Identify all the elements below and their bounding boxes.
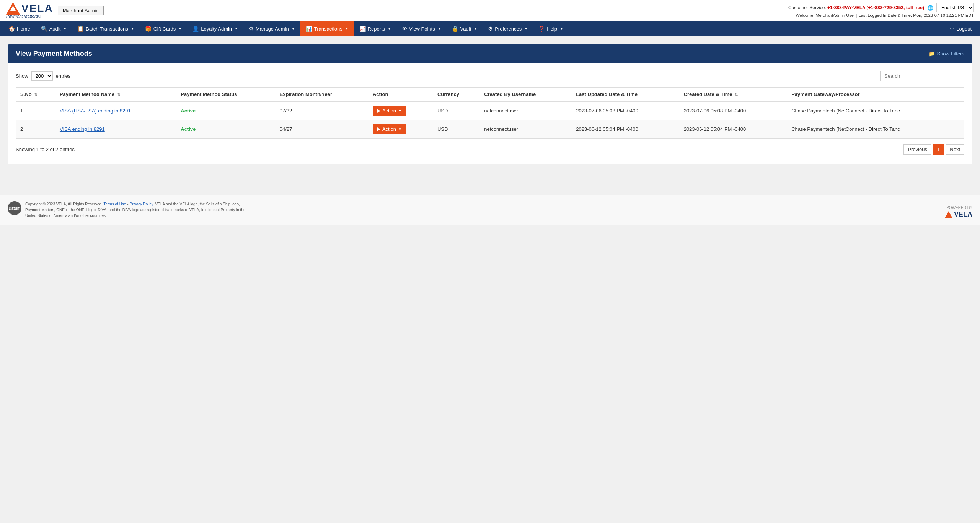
cell-status: Active xyxy=(176,120,275,138)
viewpoints-caret-icon: ▼ xyxy=(438,27,441,31)
top-bar: VELA Payment Matters® Merchant Admin Cus… xyxy=(0,0,980,21)
payment-method-link[interactable]: VISA (HSA/FSA) ending in 8291 xyxy=(60,108,131,114)
nav-item-loyalty[interactable]: 👤 Loyalty Admin ▼ xyxy=(187,21,243,36)
action-button[interactable]: Action ▼ xyxy=(373,124,406,134)
cell-currency: USD xyxy=(433,120,479,138)
vault-caret-icon: ▼ xyxy=(474,27,477,31)
reports-icon: 📈 xyxy=(359,26,366,32)
nav-item-help[interactable]: ❓ Help ▼ xyxy=(533,21,569,36)
preferences-caret-icon: ▼ xyxy=(524,27,528,31)
nav-item-logout[interactable]: ↩ Logout xyxy=(944,21,977,36)
nav-item-batch[interactable]: 📋 Batch Transactions ▼ xyxy=(72,21,139,36)
powered-by-text: POWERED BY xyxy=(946,205,972,210)
filter-icon: 📁 xyxy=(929,51,935,57)
nav-bar: 🏠 Home 🔍 Audit ▼ 📋 Batch Transactions ▼ … xyxy=(0,21,980,36)
merchant-admin-button[interactable]: Merchant Admin xyxy=(58,6,104,15)
transactions-caret-icon: ▼ xyxy=(345,27,349,31)
search-input[interactable] xyxy=(880,71,964,81)
loyalty-icon: 👤 xyxy=(192,26,199,32)
payment-methods-table: S.No ⇅ Payment Method Name ⇅ Payment Met… xyxy=(16,87,964,138)
main-content: View Payment Methods 📁 Show Filters Show… xyxy=(0,36,980,172)
nav-item-transactions[interactable]: 📊 Transactions ▼ xyxy=(300,21,354,36)
cell-last-updated: 2023-07-06 05:08 PM -0400 xyxy=(571,101,679,120)
payment-method-link[interactable]: VISA ending in 8291 xyxy=(60,126,105,132)
nav-item-preferences[interactable]: ⚙ Preferences ▼ xyxy=(483,21,533,36)
language-selector[interactable]: English US xyxy=(936,3,974,12)
loyalty-caret-icon: ▼ xyxy=(235,27,238,31)
main-panel: View Payment Methods 📁 Show Filters Show… xyxy=(8,44,972,164)
show-filters-link[interactable]: 📁 Show Filters xyxy=(929,51,964,57)
nav-item-reports[interactable]: 📈 Reports ▼ xyxy=(354,21,396,36)
footer-text: Copyright © 2023 VELA, All Rights Reserv… xyxy=(25,201,255,218)
vault-icon: 🔒 xyxy=(452,26,458,32)
footer-vela-logo: VELA xyxy=(945,210,972,218)
viewpoints-icon: 👁 xyxy=(402,26,407,32)
top-bar-right: Customer Service: +1-888-PAY-VELA (+1-88… xyxy=(788,3,974,18)
col-expiry: Expiration Month/Year xyxy=(275,88,368,102)
audit-caret-icon: ▼ xyxy=(63,27,67,31)
created-sort-icon[interactable]: ⇅ xyxy=(735,93,738,97)
col-sno: S.No ⇅ xyxy=(16,88,55,102)
nav-item-vault[interactable]: 🔒 Vault ▼ xyxy=(447,21,483,36)
batch-caret-icon: ▼ xyxy=(131,27,134,31)
cell-gateway: Chase Paymentech (NetConnect - Direct To… xyxy=(787,120,964,138)
logo-vela-text: VELA xyxy=(21,2,53,15)
entries-select[interactable]: 200 10 25 50 100 xyxy=(31,71,53,81)
globe-icon: 🌐 xyxy=(927,5,933,11)
manage-icon: ⚙ xyxy=(249,26,254,32)
col-action: Action xyxy=(368,88,433,102)
cell-last-updated: 2023-06-12 05:04 PM -0400 xyxy=(571,120,679,138)
manage-caret-icon: ▼ xyxy=(292,27,295,31)
nav-item-viewpoints[interactable]: 👁 View Points ▼ xyxy=(396,21,447,36)
page-title: View Payment Methods xyxy=(16,50,92,58)
cell-sno: 1 xyxy=(16,101,55,120)
cell-expiry: 07/32 xyxy=(275,101,368,120)
col-created: Created Date & Time ⇅ xyxy=(679,88,787,102)
cell-currency: USD xyxy=(433,101,479,120)
table-header: S.No ⇅ Payment Method Name ⇅ Payment Met… xyxy=(16,88,964,102)
logo-triangle-icon xyxy=(6,2,20,15)
cell-sno: 2 xyxy=(16,120,55,138)
name-sort-icon[interactable]: ⇅ xyxy=(117,93,120,97)
pagination-area: Showing 1 to 2 of 2 entries Previous 1 N… xyxy=(16,139,964,156)
table-row: 1 VISA (HSA/FSA) ending in 8291 Active 0… xyxy=(16,101,964,120)
action-button[interactable]: Action ▼ xyxy=(373,106,406,116)
action-caret-icon: ▼ xyxy=(398,109,402,113)
panel-body: Show 200 10 25 50 100 entries xyxy=(8,63,972,164)
action-caret-icon: ▼ xyxy=(398,127,402,131)
nav-item-manage[interactable]: ⚙ Manage Admin ▼ xyxy=(243,21,300,36)
cell-action: Action ▼ xyxy=(368,120,433,138)
terms-link[interactable]: Terms of Use xyxy=(104,202,126,206)
nav-item-home[interactable]: 🏠 Home xyxy=(3,21,36,36)
prev-button[interactable]: Previous xyxy=(903,144,931,155)
cell-name: VISA (HSA/FSA) ending in 8291 xyxy=(55,101,176,120)
logo-text: VELA xyxy=(6,2,53,15)
table-row: 2 VISA ending in 8291 Active 04/27 Actio… xyxy=(16,120,964,138)
play-icon xyxy=(377,109,380,113)
cell-created: 2023-06-12 05:04 PM -0400 xyxy=(679,120,787,138)
table-scroll-wrapper: S.No ⇅ Payment Method Name ⇅ Payment Met… xyxy=(16,87,964,139)
footer-right: POWERED BY VELA xyxy=(945,205,972,218)
datum-logo: Datum xyxy=(8,201,21,215)
col-name: Payment Method Name ⇅ xyxy=(55,88,176,102)
cell-expiry: 04/27 xyxy=(275,120,368,138)
privacy-link[interactable]: Privacy Policy xyxy=(130,202,153,206)
play-icon xyxy=(377,127,380,131)
pagination-controls: Previous 1 Next xyxy=(903,144,964,155)
entries-label: entries xyxy=(56,73,71,79)
sno-sort-icon[interactable]: ⇅ xyxy=(34,93,37,97)
next-button[interactable]: Next xyxy=(946,144,964,155)
nav-item-gift[interactable]: 🎁 Gift Cards ▼ xyxy=(140,21,187,36)
status-badge: Active xyxy=(181,126,196,132)
gift-icon: 🎁 xyxy=(145,26,152,32)
table-body: 1 VISA (HSA/FSA) ending in 8291 Active 0… xyxy=(16,101,964,138)
col-status: Payment Method Status xyxy=(176,88,275,102)
status-badge: Active xyxy=(181,108,196,114)
logo: VELA Payment Matters® xyxy=(6,2,53,18)
nav-item-audit[interactable]: 🔍 Audit ▼ xyxy=(36,21,72,36)
reports-caret-icon: ▼ xyxy=(388,27,391,31)
gift-caret-icon: ▼ xyxy=(178,27,182,31)
page-1-button[interactable]: 1 xyxy=(933,144,944,155)
cell-username: netconnectuser xyxy=(479,120,571,138)
col-currency: Currency xyxy=(433,88,479,102)
